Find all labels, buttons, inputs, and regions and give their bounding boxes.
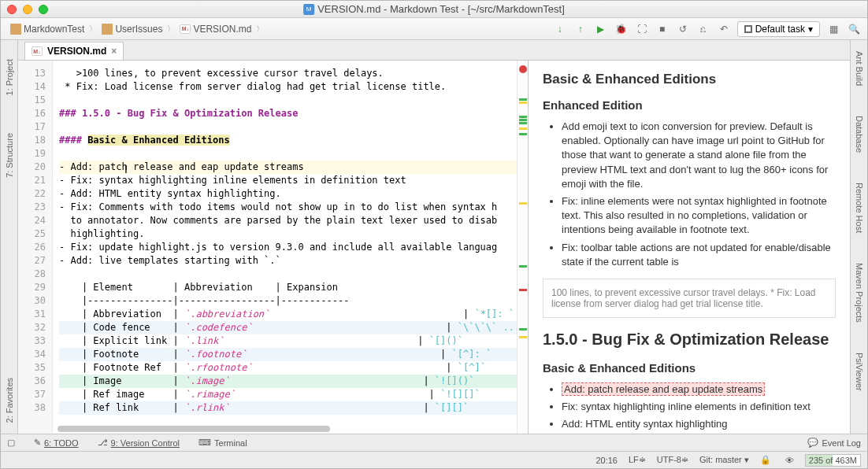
history-icon[interactable]: ↺ bbox=[676, 22, 690, 36]
debug-icon[interactable]: 🐞 bbox=[614, 22, 629, 36]
vcs-log-icon[interactable]: ⎌ bbox=[696, 22, 710, 36]
search-icon[interactable]: 🔍 bbox=[847, 22, 861, 36]
right-tool-strip: Ant Build Database Remote Host Maven Pro… bbox=[850, 40, 867, 434]
editor-gutter: 1314151617181920212223242526272829303132… bbox=[18, 61, 53, 434]
breadcrumb-project[interactable]: MarkdownTest bbox=[7, 22, 87, 36]
undo-icon[interactable]: ↶ bbox=[717, 22, 731, 36]
app-icon: M bbox=[303, 4, 314, 15]
cursor-position[interactable]: 20:16 bbox=[595, 456, 618, 465]
markdown-file-icon: M↓ bbox=[180, 24, 191, 34]
file-tabs: M↓VERSION.md× bbox=[18, 40, 850, 61]
preview-heading: 1.5.0 - Bug Fix & Optimization Release bbox=[543, 331, 836, 349]
preview-list-item: Add: HTML entity syntax highlighting bbox=[562, 417, 836, 431]
window-minimize[interactable] bbox=[23, 5, 32, 14]
stop-icon[interactable]: ■ bbox=[655, 22, 670, 36]
event-log[interactable]: 💬Event Log bbox=[807, 438, 861, 448]
chevron-right-icon: 〉 bbox=[167, 24, 175, 35]
marker[interactable] bbox=[519, 202, 527, 205]
breadcrumb: MarkdownTest 〉 UserIssues 〉 M↓VERSION.md… bbox=[7, 22, 550, 36]
breadcrumb-folder[interactable]: UserIssues bbox=[98, 22, 165, 36]
preview-list-item: Add: patch release and eap update stream… bbox=[562, 382, 836, 397]
vcs-icon: ⎇ bbox=[98, 438, 108, 448]
marker[interactable] bbox=[519, 98, 527, 101]
preview-list-item: Fix: inline elements were not syntax hig… bbox=[562, 194, 836, 238]
marker[interactable] bbox=[519, 289, 527, 291]
file-encoding[interactable]: UTF-8≑ bbox=[657, 455, 688, 465]
breadcrumb-file[interactable]: M↓VERSION.md bbox=[176, 22, 254, 36]
markdown-file-icon: M↓ bbox=[32, 46, 43, 56]
terminal-icon: ⌨ bbox=[198, 438, 211, 448]
tab-project[interactable]: 1: Project bbox=[1, 56, 17, 98]
preview-list-item: Add emoji text to icon conversion for pr… bbox=[562, 120, 836, 191]
titlebar: M VERSION.md - Markdown Test - [~/src/Ma… bbox=[1, 1, 867, 18]
preview-pane: Basic & Enhanced Editions Enhanced Editi… bbox=[529, 61, 850, 434]
marker[interactable] bbox=[519, 265, 527, 268]
editor-pane[interactable]: 1314151617181920212223242526272829303132… bbox=[18, 61, 529, 434]
chevron-down-icon: ▾ bbox=[808, 24, 813, 35]
editor-code-area[interactable]: >100 lines, to prevent excessive cursor … bbox=[53, 61, 517, 434]
lock-icon[interactable]: 🔒 bbox=[760, 455, 771, 465]
close-tab-icon[interactable]: × bbox=[111, 46, 117, 57]
window-title: M VERSION.md - Markdown Test - [~/src/Ma… bbox=[303, 3, 565, 15]
bottom-tool-tabs: ▢ ✎6: TODO ⎇9: Version Control ⌨Terminal… bbox=[1, 434, 867, 451]
window-settings-icon[interactable]: ▢ bbox=[7, 438, 15, 448]
git-branch[interactable]: Git: master ▾ bbox=[699, 455, 749, 465]
preview-list-item: Fix: syntax highlighting inline elements… bbox=[562, 400, 836, 414]
layout-icon[interactable]: ▦ bbox=[826, 22, 840, 36]
preview-list-item: Fix: toolbar table actions are not updat… bbox=[562, 241, 836, 269]
preview-blockquote: 100 lines, to prevent excessive cursor t… bbox=[543, 279, 836, 318]
folder-icon bbox=[102, 24, 113, 35]
marker[interactable] bbox=[519, 116, 527, 118]
marker[interactable] bbox=[519, 122, 527, 124]
marker[interactable] bbox=[519, 328, 527, 331]
folder-icon bbox=[10, 24, 21, 35]
tab-maven[interactable]: Maven Projects bbox=[855, 260, 864, 326]
error-indicator-icon[interactable] bbox=[519, 65, 527, 73]
tab-structure[interactable]: 7: Structure bbox=[1, 130, 17, 181]
tab-todo[interactable]: ✎6: TODO bbox=[34, 438, 79, 448]
task-icon bbox=[744, 25, 752, 33]
tab-terminal[interactable]: ⌨Terminal bbox=[198, 438, 247, 448]
marker[interactable] bbox=[519, 127, 527, 130]
marker[interactable] bbox=[519, 133, 527, 135]
preview-list: Add emoji text to icon conversion for pr… bbox=[543, 120, 836, 269]
status-bar: 20:16 LF≑ UTF-8≑ Git: master ▾ 🔒 👁 235 o… bbox=[1, 451, 867, 468]
task-selector[interactable]: Default task▾ bbox=[737, 21, 820, 37]
tab-favorites[interactable]: 2: Favorites bbox=[1, 375, 17, 426]
preview-list: Add: patch release and eap update stream… bbox=[543, 382, 836, 432]
balloon-icon: 💬 bbox=[807, 438, 818, 448]
run-icon[interactable]: ▶ bbox=[594, 22, 608, 36]
window-close[interactable] bbox=[7, 5, 17, 14]
horizontal-scrollbar[interactable] bbox=[57, 426, 512, 432]
tab-version-control[interactable]: ⎇9: Version Control bbox=[98, 438, 180, 448]
line-separator[interactable]: LF≑ bbox=[629, 455, 646, 465]
marker[interactable] bbox=[519, 336, 527, 338]
memory-indicator[interactable]: 235 of 463M bbox=[805, 454, 861, 467]
chevron-right-icon: 〉 bbox=[89, 24, 97, 35]
window-maximize[interactable] bbox=[39, 5, 48, 14]
tab-database[interactable]: Database bbox=[855, 113, 864, 156]
marker[interactable] bbox=[519, 119, 527, 121]
vcs-commit-icon[interactable]: ↑ bbox=[573, 22, 588, 36]
coverage-icon[interactable]: ⛶ bbox=[635, 22, 649, 36]
navigation-toolbar: MarkdownTest 〉 UserIssues 〉 M↓VERSION.md… bbox=[1, 18, 867, 40]
marker[interactable] bbox=[519, 102, 527, 104]
file-tab-version[interactable]: M↓VERSION.md× bbox=[24, 42, 124, 60]
left-tool-strip: 1: Project 7: Structure 2: Favorites bbox=[1, 40, 18, 434]
preview-subheading: Enhanced Edition bbox=[543, 98, 836, 112]
preview-subheading: Basic & Enhanced Editions bbox=[543, 361, 836, 375]
tab-remote-host[interactable]: Remote Host bbox=[855, 179, 864, 236]
tab-ant-build[interactable]: Ant Build bbox=[855, 48, 864, 89]
inspection-icon[interactable]: 👁 bbox=[785, 456, 794, 465]
marker-strip[interactable] bbox=[517, 61, 528, 434]
preview-heading: Basic & Enhanced Editions bbox=[543, 72, 836, 87]
tab-psiviewer[interactable]: PsiViewer bbox=[855, 349, 864, 394]
chevron-right-icon: 〉 bbox=[256, 24, 264, 35]
vcs-update-icon[interactable]: ↓ bbox=[553, 22, 567, 36]
todo-icon: ✎ bbox=[34, 438, 41, 448]
